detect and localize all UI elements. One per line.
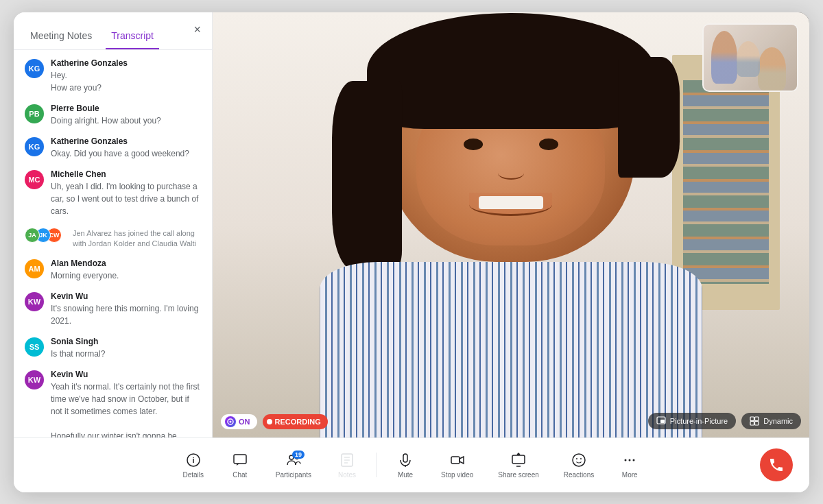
tab-transcript[interactable]: Transcript: [106, 23, 159, 49]
end-call-button[interactable]: [760, 448, 793, 481]
avatar: KG: [25, 137, 44, 156]
svg-rect-4: [750, 417, 754, 421]
avatar: AM: [25, 259, 44, 278]
list-item: SS Sonia Singh Is that normal?: [25, 337, 201, 360]
tab-meeting-notes[interactable]: Meeting Notes: [25, 23, 97, 49]
avatar: KW: [25, 292, 44, 311]
reactions-button[interactable]: Reactions: [554, 446, 604, 484]
speaker-name: Kevin Wu: [51, 370, 201, 379]
svg-point-26: [633, 459, 635, 461]
rec-badge-text: RECORDING: [275, 418, 321, 426]
reactions-icon: [571, 452, 587, 468]
person-figure: [272, 21, 750, 437]
end-call-icon: [768, 457, 785, 473]
dynamic-icon: [750, 416, 759, 426]
pip-button[interactable]: Picture-in-Picture: [648, 413, 736, 429]
main-area: Meeting Notes Transcript × KG Katherine …: [14, 12, 809, 437]
system-message: JA JK CW Jen Alvarez has joined the call…: [25, 227, 201, 250]
pip-thumbnail[interactable]: [702, 23, 798, 92]
svg-rect-17: [403, 454, 407, 462]
participants-label: Participants: [276, 471, 311, 479]
svg-rect-20: [512, 455, 525, 464]
list-item: PB Pierre Boule Doing alright. How about…: [25, 104, 201, 127]
dynamic-button[interactable]: Dynamic: [741, 413, 801, 429]
avatar: SS: [25, 337, 44, 357]
speech-text: Morning everyone.: [51, 269, 201, 282]
hair-top: [367, 13, 655, 129]
transcript-content: Kevin Wu Yeah it's normal. It's certainl…: [51, 370, 201, 437]
ai-badge[interactable]: ON: [221, 414, 257, 429]
bottom-toolbar: i Details Chat 19 Participants: [14, 437, 809, 492]
toolbar-center: i Details Chat 19 Participants: [173, 446, 650, 484]
hair-right: [618, 57, 680, 178]
sidebar: Meeting Notes Transcript × KG Katherine …: [14, 12, 213, 437]
speech-text: Is that normal?: [51, 348, 201, 360]
speaker-name: Alan Mendoza: [51, 259, 201, 268]
share-screen-button[interactable]: Share screen: [488, 446, 548, 484]
list-item: AM Alan Mendoza Morning everyone.: [25, 259, 201, 282]
svg-point-23: [580, 458, 582, 459]
more-button[interactable]: More: [609, 446, 650, 484]
transcript-list: KG Katherine Gonzales Hey.How are you? P…: [14, 50, 212, 437]
svg-rect-5: [755, 417, 759, 421]
list-item: MC Michelle Chen Uh, yeah I did. I'm loo…: [25, 169, 201, 217]
teeth: [479, 196, 543, 209]
transcript-content: Alan Mendoza Morning everyone.: [51, 259, 201, 282]
speech-text: Yeah it's normal. It's certainly not the…: [51, 381, 201, 437]
system-avatars: JA JK CW: [25, 227, 58, 243]
transcript-content: Michelle Chen Uh, yeah I did. I'm lookin…: [51, 169, 201, 217]
chat-icon: [232, 452, 248, 468]
mute-icon: [397, 452, 414, 468]
svg-point-1: [230, 420, 232, 422]
svg-point-21: [573, 454, 585, 466]
details-icon: i: [185, 452, 202, 468]
dynamic-label: Dynamic: [763, 417, 793, 425]
svg-point-24: [625, 459, 627, 461]
mute-label: Mute: [398, 471, 413, 479]
transcript-content: Pierre Boule Doing alright. How about yo…: [51, 104, 201, 127]
avatar: PB: [25, 104, 44, 123]
chat-button[interactable]: Chat: [219, 446, 261, 484]
share-screen-icon: [510, 452, 527, 468]
share-screen-label: Share screen: [498, 471, 538, 479]
pip-overlay: [704, 25, 797, 91]
list-item: KW Kevin Wu Yeah it's normal. It's certa…: [25, 370, 201, 437]
transcript-content: Sonia Singh Is that normal?: [51, 337, 201, 360]
eye-left: [464, 139, 483, 150]
transcript-content: Katherine Gonzales Okay. Did you have a …: [51, 136, 201, 160]
stop-video-label: Stop video: [441, 471, 473, 479]
toolbar-divider: [376, 453, 377, 477]
details-button[interactable]: i Details: [173, 446, 214, 484]
svg-text:i: i: [192, 456, 194, 464]
recording-badge[interactable]: RECORDING: [263, 414, 328, 429]
svg-rect-7: [755, 421, 759, 425]
notes-button[interactable]: Notes: [326, 446, 368, 484]
pip-icon: [656, 416, 666, 426]
participants-icon: 19: [285, 452, 302, 468]
stop-video-button[interactable]: Stop video: [431, 446, 483, 484]
video-bottom-controls: Picture-in-Picture Dynamic: [648, 413, 801, 429]
app-container: Meeting Notes Transcript × KG Katherine …: [14, 12, 809, 492]
pip-inner: [704, 25, 797, 91]
speaker-name: Pierre Boule: [51, 104, 201, 113]
more-icon: [621, 452, 638, 468]
mute-button[interactable]: Mute: [385, 446, 426, 484]
stop-video-icon: [449, 452, 466, 468]
list-item: KW Kevin Wu It's snowing here this morni…: [25, 291, 201, 327]
svg-point-25: [629, 459, 631, 461]
more-label: More: [622, 471, 638, 479]
person-head: [387, 21, 635, 262]
notes-label: Notes: [338, 471, 356, 479]
video-area: ON RECORDING Picture-in-Picture Dynamic: [213, 12, 809, 437]
sidebar-header: Meeting Notes Transcript ×: [14, 12, 212, 50]
speaker-name: Katherine Gonzales: [51, 136, 201, 146]
hair-left: [332, 81, 401, 269]
speaker-name: Katherine Gonzales: [51, 58, 201, 68]
speaker-name: Michelle Chen: [51, 169, 201, 179]
avatar: JA: [25, 228, 40, 243]
participants-button[interactable]: 19 Participants: [266, 446, 321, 484]
list-item: KG Katherine Gonzales Hey.How are you?: [25, 58, 201, 94]
eye-right: [539, 139, 558, 150]
speech-text: It's snowing here this morning. I'm lovi…: [51, 302, 201, 327]
close-button[interactable]: ×: [191, 21, 204, 38]
